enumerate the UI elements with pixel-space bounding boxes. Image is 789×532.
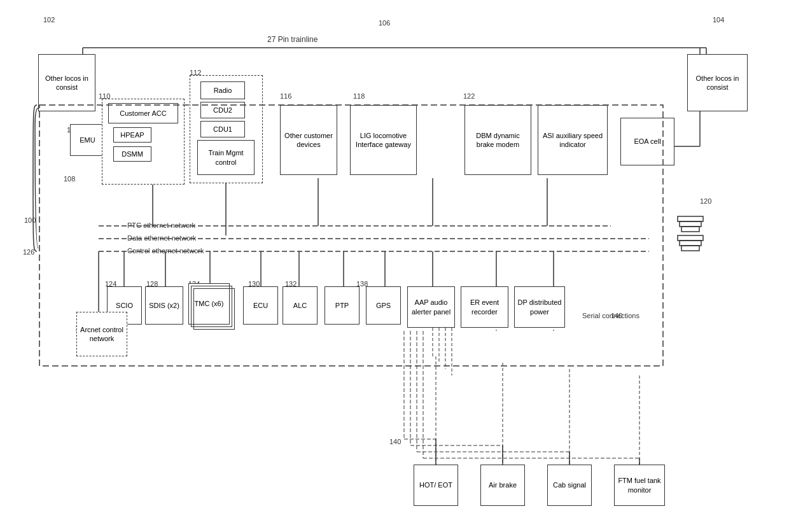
other-locos-right-label: Other locos in consist [690, 74, 744, 92]
ref-108: 108 [64, 175, 75, 183]
ref-140-bottom: 140 [389, 438, 401, 445]
ref-120: 120 [700, 197, 711, 205]
dbm-box: DBM dynamic brake modem [464, 105, 531, 175]
svg-rect-44 [681, 227, 699, 232]
diagram-lines [0, 0, 789, 532]
ptp-label: PTP [335, 301, 349, 310]
er-label: ER event recorder [464, 298, 505, 316]
control-ethernet-label: Control ethernet network [127, 247, 204, 255]
customer-acc-label: Customer ACC [120, 109, 166, 118]
hot-eot-box: HOT/ EOT [414, 465, 458, 506]
dp-box: DP distributed power [514, 286, 565, 328]
cdu1-label: CDU1 [213, 125, 232, 134]
dp-label: DP distributed power [517, 298, 562, 316]
cdu2-box: CDU2 [200, 102, 245, 118]
ref-100: 100 [24, 216, 36, 224]
er-box: ER event recorder [461, 286, 508, 328]
ftm-box: FTM fuel tank monitor [614, 465, 665, 506]
ref-118: 118 [353, 92, 365, 100]
trainline-label: 27 Pin trainline [267, 35, 318, 44]
cdu2-label: CDU2 [213, 106, 232, 115]
alc-box: ALC [283, 286, 318, 325]
dsmm-box: DSMM [113, 146, 151, 162]
train-mgmt-box: Train Mgmt control [197, 140, 255, 175]
svg-rect-46 [680, 241, 701, 246]
dbm-label: DBM dynamic brake modem [468, 131, 528, 150]
cdu1-box: CDU1 [200, 121, 245, 137]
asi-label: ASI auxiliary speed indicator [541, 131, 604, 150]
svg-rect-47 [681, 246, 699, 251]
ref-106: 106 [379, 19, 390, 27]
other-customer-label: Other customer devices [283, 131, 334, 150]
lig-box: LIG locomotive Interface gateway [350, 105, 417, 175]
air-brake-box: Air brake [480, 465, 525, 506]
ptp-box: PTP [325, 286, 360, 325]
cab-signal-box: Cab signal [547, 465, 592, 506]
svg-rect-45 [678, 235, 703, 241]
data-ethernet-label: Data ethernet network [127, 234, 196, 242]
other-locos-left-box: Other locos in consist [38, 54, 95, 111]
arcnet-box: Arcnet control network [76, 312, 127, 356]
aap-box: AAP audio alerter panel [407, 286, 455, 328]
customer-acc-box: Customer ACC [108, 103, 178, 123]
svg-rect-43 [680, 221, 701, 227]
radio-label: Radio [214, 86, 232, 95]
ecu-label: ECU [253, 301, 268, 310]
eoa-box: EOA cell [620, 118, 674, 165]
arcnet-label: Arcnet control network [80, 325, 124, 344]
radio-box: Radio [200, 81, 245, 99]
diagram: 102 104 106 108 110 112 114 116 118 120 … [0, 0, 789, 532]
outer-brace [0, 0, 789, 532]
svg-rect-42 [678, 216, 703, 221]
other-locos-left-label: Other locos in consist [41, 74, 92, 92]
hot-eot-label: HOT/ EOT [419, 480, 452, 489]
ecu-box: ECU [243, 286, 278, 325]
alc-label: ALC [293, 301, 307, 310]
sdis-label: SDIS (x2) [149, 301, 179, 310]
emu-label: EMU [80, 136, 95, 144]
air-brake-label: Air brake [489, 480, 517, 489]
other-customer-box: Other customer devices [280, 105, 337, 175]
ftm-label: FTM fuel tank monitor [617, 476, 662, 494]
hpeap-label: HPEAP [120, 130, 144, 139]
serial-connections-label: Serial connections [582, 312, 639, 319]
other-locos-right-box: Other locos in consist [687, 54, 748, 111]
train-mgmt-label: Train Mgmt control [200, 148, 251, 167]
ptc-ethernet-label: PTC ethernet network [127, 221, 195, 229]
hpeap-box: HPEAP [113, 127, 151, 143]
ref-126: 126 [23, 248, 34, 256]
asi-box: ASI auxiliary speed indicator [538, 105, 608, 175]
lig-label: LIG locomotive Interface gateway [353, 131, 414, 150]
ref-116: 116 [280, 92, 291, 100]
emu-box: EMU [70, 124, 105, 156]
sdis-box: SDIS (x2) [145, 286, 183, 325]
ref-104: 104 [713, 16, 724, 24]
ref-122: 122 [463, 92, 475, 100]
gps-box: GPS [366, 286, 401, 325]
dsmm-label: DSMM [122, 150, 143, 158]
ref-102: 102 [43, 16, 55, 24]
aap-label: AAP audio alerter panel [410, 298, 452, 316]
gps-label: GPS [376, 301, 391, 310]
scio-label: SCIO [116, 301, 133, 310]
eoa-label: EOA cell [634, 137, 660, 146]
cab-signal-label: Cab signal [553, 480, 586, 489]
